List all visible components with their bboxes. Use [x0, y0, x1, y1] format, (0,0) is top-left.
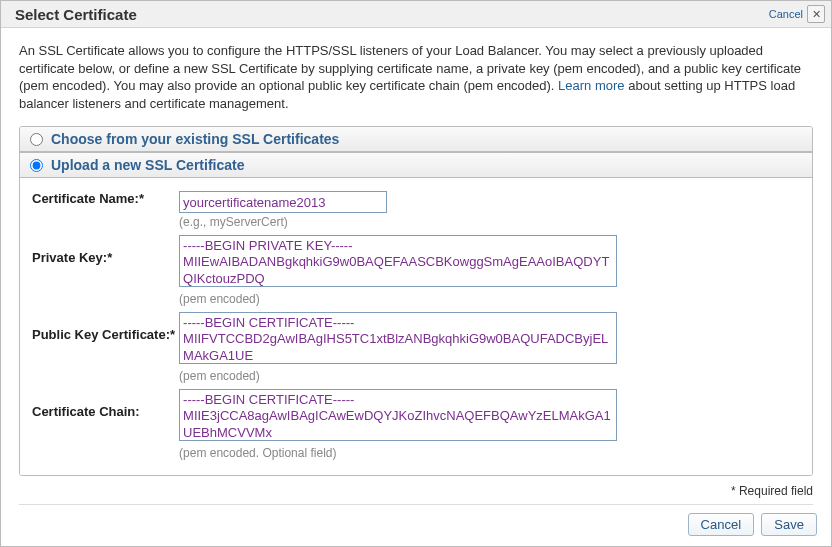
label-cert-chain: Certificate Chain:: [30, 386, 177, 463]
label-cert-name: Certificate Name:*: [30, 188, 177, 232]
learn-more-link[interactable]: Learn more: [558, 78, 624, 93]
certificate-chain-textarea[interactable]: -----BEGIN CERTIFICATE----- MIIE3jCCA8ag…: [179, 389, 617, 441]
required-field-note: * Required field: [19, 484, 813, 498]
hint-cert-chain: (pem encoded. Optional field): [179, 446, 617, 460]
radio-choose-existing[interactable]: [30, 133, 43, 146]
label-private-key: Private Key:*: [30, 232, 177, 309]
cancel-button[interactable]: Cancel: [688, 513, 754, 536]
form-table: Certificate Name:* (e.g., myServerCert) …: [30, 188, 619, 463]
hint-public-key: (pem encoded): [179, 369, 617, 383]
intro-text: An SSL Certificate allows you to configu…: [19, 42, 813, 112]
certificate-source-sections: Choose from your existing SSL Certificat…: [19, 126, 813, 476]
dialog-content: An SSL Certificate allows you to configu…: [1, 28, 831, 507]
section-header-existing-label: Choose from your existing SSL Certificat…: [51, 131, 339, 147]
save-button[interactable]: Save: [761, 513, 817, 536]
dialog-title: Select Certificate: [15, 6, 137, 23]
titlebar: Select Certificate Cancel ✕: [1, 1, 831, 28]
private-key-textarea[interactable]: -----BEGIN PRIVATE KEY----- MIIEwAIBADAN…: [179, 235, 617, 287]
label-public-key: Public Key Certificate:*: [30, 309, 177, 386]
certificate-name-input[interactable]: [179, 191, 387, 213]
hint-cert-name: (e.g., myServerCert): [179, 215, 617, 229]
close-icon[interactable]: ✕: [807, 5, 825, 23]
section-header-upload-label: Upload a new SSL Certificate: [51, 157, 244, 173]
titlebar-cancel-link[interactable]: Cancel: [769, 8, 803, 20]
separator: [19, 504, 813, 505]
upload-form: Certificate Name:* (e.g., myServerCert) …: [20, 178, 812, 475]
radio-upload-new[interactable]: [30, 159, 43, 172]
select-certificate-dialog: Select Certificate Cancel ✕ An SSL Certi…: [0, 0, 832, 547]
section-header-existing[interactable]: Choose from your existing SSL Certificat…: [20, 127, 812, 152]
hint-private-key: (pem encoded): [179, 292, 617, 306]
dialog-buttons: Cancel Save: [1, 507, 831, 546]
section-header-upload[interactable]: Upload a new SSL Certificate: [20, 152, 812, 178]
public-key-textarea[interactable]: -----BEGIN CERTIFICATE----- MIIFVTCCBD2g…: [179, 312, 617, 364]
